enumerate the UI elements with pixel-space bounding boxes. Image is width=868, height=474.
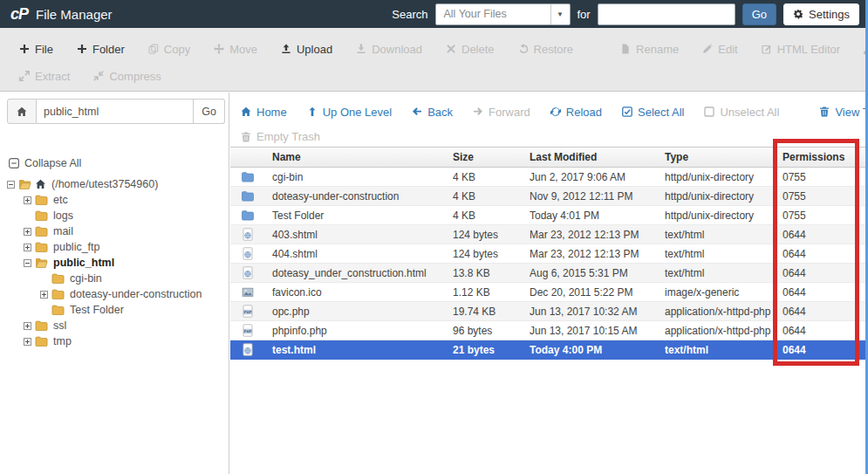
tree-item-cgi-bin[interactable]: cgi-bin	[0, 271, 229, 286]
settings-button[interactable]: Settings	[783, 3, 859, 25]
table-row[interactable]: Test Folder4 KBToday 4:01 PMhttpd/unix-d…	[230, 206, 868, 225]
path-bar: Go	[7, 99, 225, 124]
table-row[interactable]: 403.shtml124 bytesMar 23, 2012 12:13 PMt…	[230, 225, 868, 244]
toolbar-file-button[interactable]: File	[19, 43, 53, 56]
column-header-name[interactable]: Name	[265, 151, 446, 163]
tree-item-public-ftp[interactable]: public_ftp	[0, 239, 229, 255]
expander-plus-icon[interactable]	[24, 196, 31, 204]
table-row[interactable]: 404.shtml124 bytesMar 23, 2012 12:13 PMt…	[230, 244, 868, 264]
tree-item-etc[interactable]: etc	[0, 192, 229, 208]
home-icon	[241, 106, 251, 117]
column-header-type[interactable]: Type	[658, 151, 776, 163]
search-scope-select[interactable]: All Your Files ▼	[435, 3, 571, 25]
nav-back-link[interactable]: Back	[412, 106, 453, 119]
file-html-icon	[242, 247, 254, 260]
toolbar-upload-button[interactable]: Upload	[281, 43, 332, 56]
tree-item-mail[interactable]: mail	[0, 223, 229, 239]
toolbar-button-label: File	[35, 43, 53, 56]
nav-link-label: Forward	[489, 106, 530, 119]
search-input[interactable]	[598, 3, 735, 25]
file-type-icon-cell	[230, 170, 265, 183]
toolbar-delete-button: Delete	[446, 43, 495, 56]
column-header-permissions[interactable]: Permissions	[776, 151, 868, 163]
tree-item-doteasy-under-construction[interactable]: doteasy-under-construction	[0, 286, 229, 302]
toolbar-button-label: HTML Editor	[777, 43, 840, 56]
nav-reload-link[interactable]: Reload	[550, 106, 602, 119]
file-type-icon-cell: PHP	[230, 305, 265, 318]
copy-icon	[148, 44, 159, 54]
expander-minus-icon[interactable]	[7, 181, 15, 189]
tree-item-tmp[interactable]: tmp	[0, 333, 229, 349]
table-row[interactable]: doteasy_under_construction.html13.8 KBAu…	[230, 264, 868, 283]
path-go-button[interactable]: Go	[194, 99, 225, 124]
nav-home-link[interactable]: Home	[241, 106, 287, 119]
table-row[interactable]: doteasy-under-construction4 KBNov 9, 201…	[230, 187, 868, 206]
table-row[interactable]: favicon.ico1.12 KBDec 20, 2011 5:22 PMim…	[230, 283, 868, 302]
cell-type: httpd/unix-directory	[658, 171, 776, 183]
collapse-all-icon	[9, 158, 19, 168]
cell-size: 124 bytes	[446, 248, 523, 260]
path-input[interactable]	[37, 99, 194, 124]
file-type-icon-cell	[230, 266, 265, 279]
brand: cP File Manager	[10, 5, 113, 24]
navigation-bar: HomeUp One LevelBackForwardReloadSelect …	[241, 101, 866, 122]
cell-name: phpinfo.php	[265, 325, 446, 337]
search-area: Search All Your Files ▼ for Go Settings	[392, 3, 859, 25]
svg-text:PHP: PHP	[244, 330, 252, 333]
expander-plus-icon[interactable]	[24, 322, 31, 330]
cell-perms: 0644	[776, 325, 868, 337]
tree-item-test-folder[interactable]: Test Folder	[0, 302, 229, 318]
plus-icon	[77, 44, 87, 54]
expander-plus-icon[interactable]	[24, 244, 31, 251]
expander-minus-icon[interactable]	[24, 259, 31, 267]
extract-icon	[19, 71, 30, 81]
table-row[interactable]: PHPphpinfo.php96 bytesJun 13, 2017 10:15…	[230, 321, 868, 340]
nav-link-label: Reload	[566, 106, 602, 119]
search-go-button[interactable]: Go	[742, 3, 776, 25]
toolbar-button-label: Compress	[109, 70, 161, 83]
cell-size: 4 KB	[446, 190, 523, 203]
table-row-selected[interactable]: test.html21 bytesToday 4:00 PMtext/html0…	[230, 340, 868, 360]
cell-size: 4 KB	[446, 210, 523, 222]
nav-select-all-link[interactable]: Select All	[622, 106, 684, 119]
collapse-all-button[interactable]: Collapse All	[9, 157, 81, 169]
tree-item-ssl[interactable]: ssl	[0, 318, 229, 333]
tree-item-public-html[interactable]: public_html	[0, 255, 229, 271]
cell-size: 21 bytes	[446, 344, 523, 356]
home-directory-button[interactable]	[7, 99, 37, 124]
main-panel: HomeUp One LevelBackForwardReloadSelect …	[230, 93, 868, 474]
cell-name: 403.shtml	[265, 229, 446, 241]
cell-name: Test Folder	[265, 210, 446, 222]
file-html-icon	[242, 228, 254, 241]
expander-plus-icon[interactable]	[24, 228, 31, 236]
nav-view-trash-link[interactable]: View Trash	[819, 106, 868, 119]
nav-unselect-all-link: Unselect All	[704, 106, 779, 119]
table-row[interactable]: cgi-bin4 KBJun 2, 2017 9:06 AMhttpd/unix…	[230, 168, 868, 187]
expander-plus-icon[interactable]	[40, 291, 48, 299]
svg-text:PHP: PHP	[244, 311, 252, 314]
move-icon	[214, 44, 224, 54]
column-header-size[interactable]: Size	[446, 151, 523, 163]
file-html-icon	[242, 343, 254, 356]
tree-item-logs[interactable]: logs	[0, 208, 229, 223]
toolbar-button-label: Rename	[636, 43, 679, 56]
folder-open-icon	[18, 179, 31, 189]
tree-item-home-utest3754960[interactable]: (/home/utest3754960)	[0, 176, 229, 192]
search-label: Search	[392, 8, 427, 21]
cell-type: httpd/unix-directory	[658, 210, 776, 222]
toolbar-move-button: Move	[214, 43, 257, 56]
toolbar-folder-button[interactable]: Folder	[77, 43, 125, 56]
cpanel-logo-icon: cP	[10, 5, 28, 24]
folder-blue-icon	[242, 209, 254, 222]
cell-type: text/html	[658, 248, 776, 260]
column-header-last-modified[interactable]: Last Modified	[523, 151, 658, 163]
reload-icon	[550, 106, 561, 117]
cell-perms: 0644	[776, 229, 868, 241]
nav-up-one-level-link[interactable]: Up One Level	[307, 106, 393, 119]
expander-plus-icon[interactable]	[24, 338, 31, 346]
cell-name: doteasy_under_construction.html	[265, 267, 446, 279]
file-php-icon: PHP	[242, 305, 254, 318]
file-type-icon-cell	[230, 228, 265, 241]
folder-icon	[51, 305, 65, 315]
table-row[interactable]: PHPopc.php19.74 KBJun 13, 2017 10:32 AMa…	[230, 302, 868, 321]
